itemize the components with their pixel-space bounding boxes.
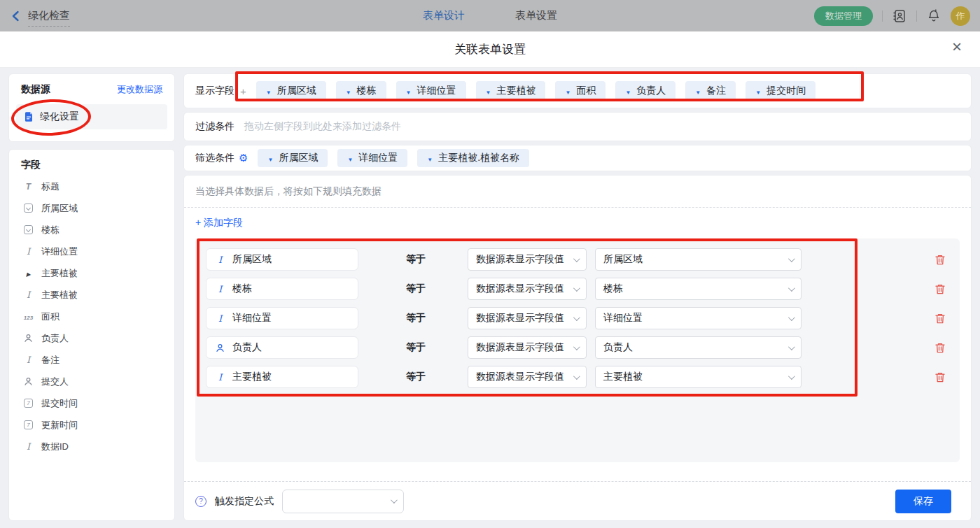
user-avatar[interactable]: 作 [951, 6, 970, 26]
filter-drop-placeholder[interactable]: 拖动左侧字段到此处来添加过滤条件 [244, 120, 401, 133]
modal-body: 数据源 更改数据源 绿化设置 字段 标题 [0, 68, 980, 528]
field-item[interactable]: 负责人 [16, 327, 167, 349]
divider [916, 10, 917, 22]
field-item[interactable]: 面积 [16, 306, 167, 327]
field-item[interactable]: 主要植被 [16, 284, 167, 306]
rule-field-box[interactable]: 主要植被 [206, 366, 358, 388]
chevron-down-icon [788, 285, 795, 292]
group-expand-icon[interactable] [22, 268, 34, 278]
chevron-down-icon [565, 85, 570, 97]
operator-label: 等于 [406, 341, 468, 354]
screening-chip[interactable]: 所属区域 [258, 149, 328, 167]
display-field-chip[interactable]: 提交时间 [746, 81, 816, 101]
help-question-icon[interactable]: ? [195, 496, 206, 507]
notification-bell-icon[interactable] [926, 8, 941, 24]
date-icon: 7 [22, 399, 34, 408]
delete-rule-icon[interactable] [934, 283, 946, 295]
save-button[interactable]: 保存 [895, 490, 951, 513]
delete-rule-icon[interactable] [934, 313, 946, 324]
chevron-down-icon [427, 152, 433, 164]
contacts-icon[interactable] [892, 8, 907, 24]
rule-field-box[interactable]: 详细位置 [206, 307, 358, 329]
text-icon [22, 290, 34, 300]
field-item[interactable]: 7 更新时间 [16, 414, 167, 436]
rule-field-box[interactable]: 所属区域 [206, 248, 358, 271]
gear-icon[interactable]: ⚙ [239, 152, 248, 164]
delete-rule-icon[interactable] [934, 371, 946, 383]
field-item[interactable]: 主要植被 [16, 262, 167, 284]
display-field-chip[interactable]: 负责人 [615, 81, 676, 101]
filter-condition-label: 过滤条件 [195, 120, 234, 133]
text-icon [22, 246, 34, 257]
display-field-chip[interactable]: 楼栋 [336, 81, 386, 101]
text-icon [214, 313, 226, 324]
rule-row: 详细位置 等于 数据源表显示字段值 详细位置 [206, 307, 946, 329]
form-title[interactable]: 绿化检查 [28, 9, 70, 27]
target-field-select[interactable]: 详细位置 [595, 307, 802, 329]
source-select[interactable]: 数据源表显示字段值 [468, 248, 587, 271]
rule-row: 楼栋 等于 数据源表显示字段值 楼栋 [206, 278, 946, 300]
screening-chip[interactable]: 主要植被.植被名称 [417, 149, 529, 167]
rule-field-box[interactable]: 楼栋 [206, 278, 358, 300]
display-fields-label: 显示字段 [195, 85, 234, 97]
select-icon [22, 204, 34, 213]
source-select[interactable]: 数据源表显示字段值 [468, 278, 587, 300]
app-topbar: 绿化检查 表单设计 表单设置 数据管理 作 [0, 0, 980, 31]
chevron-down-icon [573, 255, 580, 262]
operator-label: 等于 [406, 371, 468, 383]
text-icon [214, 254, 226, 265]
field-item[interactable]: 所属区域 [16, 197, 167, 219]
field-item[interactable]: 7 提交时间 [16, 392, 167, 414]
display-field-chip[interactable]: 详细位置 [396, 81, 466, 101]
screening-condition-section: 筛选条件 ⚙ 所属区域 详细位置 主要植被.植被名称 [183, 145, 972, 171]
selected-datasource-item[interactable]: 绿化设置 [16, 104, 167, 129]
main-panel: 显示字段 + 所属区域 楼栋 详细位置 主要植被 面积 负责人 备注 提交时间 … [183, 73, 972, 521]
chevron-down-icon [788, 373, 795, 380]
field-item[interactable]: 提交人 [16, 371, 167, 392]
delete-rule-icon[interactable] [934, 342, 946, 354]
target-field-select[interactable]: 楼栋 [595, 278, 802, 300]
tab-form-design[interactable]: 表单设计 [423, 9, 465, 22]
display-field-chip[interactable]: 所属区域 [256, 81, 326, 101]
field-item[interactable]: 标题 [16, 176, 167, 197]
field-item[interactable]: 楼栋 [16, 219, 167, 241]
operator-label: 等于 [406, 312, 468, 324]
source-select[interactable]: 数据源表显示字段值 [468, 366, 587, 388]
selected-datasource-label: 绿化设置 [40, 110, 79, 123]
back-chevron-icon[interactable] [10, 10, 22, 22]
text-icon [214, 371, 226, 383]
rule-row: 负责人 等于 数据源表显示字段值 负责人 [206, 336, 946, 359]
target-field-select[interactable]: 负责人 [595, 336, 802, 359]
add-display-field-button[interactable]: + [240, 85, 246, 97]
target-field-select[interactable]: 所属区域 [595, 248, 802, 271]
display-field-chip[interactable]: 面积 [555, 81, 606, 101]
field-item[interactable]: 数据ID [16, 436, 167, 457]
close-icon[interactable]: × [952, 38, 962, 55]
field-item[interactable]: 备注 [16, 349, 167, 371]
display-field-chip[interactable]: 主要植被 [476, 81, 546, 101]
chevron-down-icon [625, 85, 631, 97]
field-item[interactable]: 详细位置 [16, 241, 167, 262]
chevron-down-icon [573, 373, 580, 380]
modal-title: 关联表单设置 [454, 41, 526, 57]
fill-rules-section: 当选择具体数据后，将按如下规则填充数据 + 添加字段 所属区域 等于 数据源表显… [183, 175, 972, 521]
change-datasource-link[interactable]: 更改数据源 [117, 83, 162, 96]
display-field-chip[interactable]: 备注 [685, 81, 736, 101]
formula-select[interactable] [282, 490, 404, 513]
chevron-down-icon [788, 314, 795, 321]
datasource-title: 数据源 [21, 83, 50, 96]
tab-form-settings[interactable]: 表单设置 [515, 9, 557, 22]
chevron-down-icon [573, 343, 580, 350]
target-field-select[interactable]: 主要植被 [595, 366, 802, 388]
source-select[interactable]: 数据源表显示字段值 [468, 336, 587, 359]
screening-chip[interactable]: 详细位置 [337, 149, 407, 167]
rule-row: 所属区域 等于 数据源表显示字段值 所属区域 [206, 248, 946, 271]
divider [882, 10, 883, 22]
operator-label: 等于 [406, 283, 468, 295]
source-select[interactable]: 数据源表显示字段值 [468, 307, 587, 329]
rule-field-box[interactable]: 负责人 [206, 336, 358, 359]
delete-rule-icon[interactable] [934, 254, 946, 266]
data-manage-button[interactable]: 数据管理 [814, 6, 873, 26]
add-field-link[interactable]: + 添加字段 [195, 217, 243, 229]
chevron-down-icon [695, 85, 701, 97]
